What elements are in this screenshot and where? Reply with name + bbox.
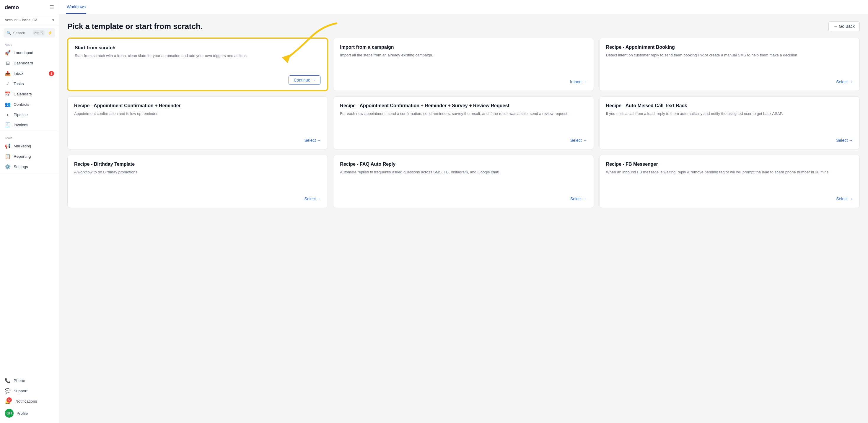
template-card-recipe-auto-missed-call: Recipe - Auto Missed Call Text-Back If y… xyxy=(599,96,860,149)
continue-button[interactable]: Continue → xyxy=(288,75,320,85)
search-label: Search xyxy=(13,31,25,35)
template-card-recipe-appointment-booking: Recipe - Appointment Booking Detect inte… xyxy=(599,38,860,91)
notifications-badge: 5 xyxy=(6,397,12,403)
contacts-icon: 👥 xyxy=(5,101,11,107)
sidebar: demo ☰ Account -- Irvine, CA ▾ 🔍 Search … xyxy=(0,0,59,423)
select-link[interactable]: Select → xyxy=(305,137,321,144)
select-link[interactable]: Select → xyxy=(836,78,853,85)
template-card-recipe-appt-confirmation-reminder: Recipe - Appointment Confirmation + Remi… xyxy=(67,96,328,149)
tasks-icon: ✓ xyxy=(5,81,11,87)
card-title: Recipe - Birthday Template xyxy=(74,161,321,167)
card-desc: Detect intent on customer reply to send … xyxy=(606,52,853,73)
card-action: Import → xyxy=(340,78,587,85)
sidebar-item-label: Marketing xyxy=(13,144,31,148)
sidebar-item-launchpad[interactable]: 🚀 Launchpad xyxy=(0,48,59,58)
select-link[interactable]: Select → xyxy=(570,195,587,202)
card-action: Select → xyxy=(74,137,321,144)
card-action: Select → xyxy=(340,137,587,144)
template-card-recipe-faq-auto-reply: Recipe - FAQ Auto Reply Automate replies… xyxy=(333,155,594,208)
search-shortcut: ctrl K xyxy=(33,30,44,35)
select-link[interactable]: Select → xyxy=(836,137,853,144)
template-card-recipe-appt-confirmation-reminder-survey: Recipe - Appointment Confirmation + Remi… xyxy=(333,96,594,149)
sidebar-item-support[interactable]: 💬 Support xyxy=(0,386,59,396)
template-card-import-from-campaign: Import from a campaign Import all the st… xyxy=(333,38,594,91)
content-area: Pick a template or start from scratch. ←… xyxy=(59,14,868,423)
template-card-recipe-fb-messenger: Recipe - FB Messenger When an inbound FB… xyxy=(599,155,860,208)
sidebar-item-calendars[interactable]: 📅 Calendars xyxy=(0,89,59,99)
phone-icon: 📞 xyxy=(5,378,11,384)
inbox-icon: 📥 xyxy=(5,70,11,76)
logo-text: demo xyxy=(5,4,19,11)
dashboard-icon: ⊞ xyxy=(5,60,11,66)
card-title: Recipe - FAQ Auto Reply xyxy=(340,161,587,167)
settings-icon: ⚙️ xyxy=(5,164,11,170)
sidebar-item-pipeline[interactable]: ⬧ Pipeline xyxy=(0,110,59,120)
sidebar-item-label: Reporting xyxy=(13,154,31,159)
tools-section-label: Tools xyxy=(0,134,59,141)
sidebar-item-profile[interactable]: GH Profile xyxy=(0,406,59,420)
account-label: Account -- Irvine, CA xyxy=(5,18,37,22)
sidebar-item-marketing[interactable]: 📢 Marketing xyxy=(0,141,59,151)
sidebar-item-notifications[interactable]: 🔔 5 Notifications xyxy=(0,396,59,406)
search-bar[interactable]: 🔍 Search ctrl K ⚡ xyxy=(4,28,55,37)
sidebar-item-label: Launchpad xyxy=(13,51,33,55)
sidebar-item-invoices[interactable]: 🧾 Invoices xyxy=(0,120,59,130)
select-link[interactable]: Select → xyxy=(305,195,321,202)
sidebar-item-label: Notifications xyxy=(16,399,37,403)
sidebar-item-label: Dashboard xyxy=(13,61,33,65)
card-action: Select → xyxy=(606,195,853,202)
sidebar-item-settings[interactable]: ⚙️ Settings xyxy=(0,161,59,172)
pipeline-icon: ⬧ xyxy=(5,112,11,117)
card-title: Recipe - Appointment Confirmation + Remi… xyxy=(74,103,321,109)
card-desc: Import all the steps from an already exi… xyxy=(340,52,587,73)
sidebar-item-reporting[interactable]: 📋 Reporting xyxy=(0,151,59,161)
card-desc: Appointment confirmation and follow up r… xyxy=(74,111,321,131)
account-selector[interactable]: Account -- Irvine, CA ▾ xyxy=(0,15,59,25)
sidebar-item-dashboard[interactable]: ⊞ Dashboard xyxy=(0,58,59,68)
sidebar-item-label: Phone xyxy=(13,379,25,383)
select-link[interactable]: Select → xyxy=(570,137,587,144)
avatar: GH xyxy=(5,409,13,418)
card-title: Recipe - FB Messenger xyxy=(606,161,853,167)
template-grid: Start from scratch Start from scratch wi… xyxy=(67,38,860,208)
sidebar-item-label: Contacts xyxy=(13,102,29,107)
sidebar-item-tasks[interactable]: ✓ Tasks xyxy=(0,79,59,89)
sidebar-bottom: 📞 Phone 💬 Support 🔔 5 Notifications GH P… xyxy=(0,375,59,423)
sidebar-item-label: Tasks xyxy=(13,82,24,86)
back-button[interactable]: ← Go Back xyxy=(829,21,860,31)
sidebar-item-label: Settings xyxy=(13,164,28,169)
card-desc: A workflow to do Birthday promotions xyxy=(74,169,321,190)
card-desc: Automate replies to frequently asked que… xyxy=(340,169,587,190)
sidebar-item-label: Calendars xyxy=(13,92,32,96)
sidebar-item-inbox[interactable]: 📥 Inbox 1 xyxy=(0,68,59,79)
inbox-badge: 1 xyxy=(49,71,54,76)
card-action: Select → xyxy=(606,137,853,144)
invoices-icon: 🧾 xyxy=(5,122,11,128)
lightning-icon: ⚡ xyxy=(48,31,52,35)
card-action: Select → xyxy=(606,78,853,85)
main-content: Workflows Pick a template or start from … xyxy=(59,0,868,423)
select-link[interactable]: Select → xyxy=(836,195,853,202)
card-title: Recipe - Appointment Booking xyxy=(606,44,853,50)
tab-workflows[interactable]: Workflows xyxy=(66,0,86,14)
sidebar-item-label: Support xyxy=(13,389,28,393)
launchpad-icon: 🚀 xyxy=(5,50,11,56)
support-icon: 💬 xyxy=(5,388,11,394)
marketing-icon: 📢 xyxy=(5,143,11,149)
import-link[interactable]: Import → xyxy=(570,78,587,85)
sidebar-item-label: Inbox xyxy=(13,71,23,75)
card-action: Select → xyxy=(74,195,321,202)
sidebar-item-label: Profile xyxy=(17,411,28,416)
card-desc: When an inbound FB message is waiting, r… xyxy=(606,169,853,190)
sidebar-item-label: Pipeline xyxy=(13,113,28,117)
card-title: Start from scratch xyxy=(75,45,320,51)
search-icon: 🔍 xyxy=(6,31,11,35)
chevron-down-icon: ▾ xyxy=(52,18,54,22)
card-desc: For each new appointment, send a confirm… xyxy=(340,111,587,131)
sidebar-item-contacts[interactable]: 👥 Contacts xyxy=(0,99,59,110)
hamburger-icon[interactable]: ☰ xyxy=(49,4,54,11)
sidebar-item-phone[interactable]: 📞 Phone xyxy=(0,375,59,386)
card-action: Continue → xyxy=(75,75,320,85)
page-title: Pick a template or start from scratch. xyxy=(67,22,203,31)
calendars-icon: 📅 xyxy=(5,91,11,97)
